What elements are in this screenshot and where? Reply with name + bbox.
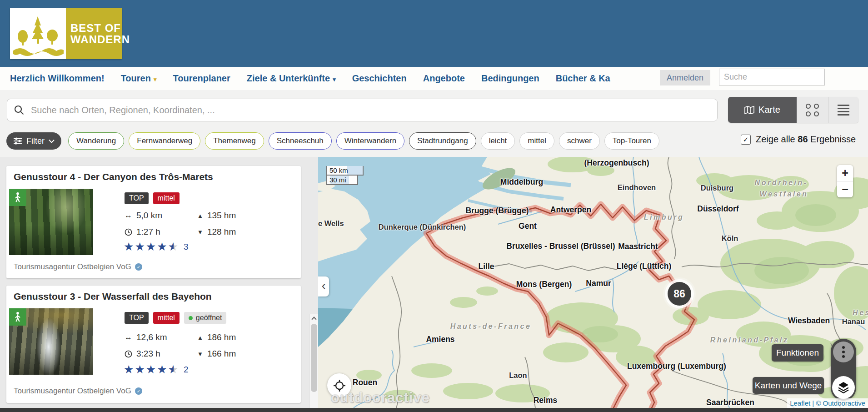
chevron-down-icon <box>49 139 55 143</box>
nav-item-label: Touren <box>121 73 151 84</box>
funktionen-tooltip[interactable]: Funktionen <box>772 344 823 362</box>
logo-trees-graphic <box>10 8 66 59</box>
nav-item-label: Angebote <box>423 73 465 84</box>
panel-scrollbar[interactable] <box>309 314 318 408</box>
badge-row: TOPmittel <box>125 192 180 204</box>
nav-item[interactable]: Geschichten <box>352 73 407 84</box>
list-view-button[interactable] <box>828 97 858 123</box>
checkbox[interactable]: ✓ <box>741 135 751 145</box>
nav-item-label: Ziele & Unterkünfte <box>247 73 330 84</box>
map-tools <box>831 339 856 401</box>
tour-cluster-marker[interactable]: 86 <box>665 279 694 308</box>
map-label: Laon <box>509 371 527 380</box>
nav-item-label: Bedingungen <box>481 73 539 84</box>
filter-button[interactable]: Filter <box>6 132 61 150</box>
distance-icon: ↔ <box>125 333 132 342</box>
map-icon <box>744 106 754 115</box>
place-search <box>7 99 718 121</box>
zoom-out-button[interactable]: − <box>837 181 853 197</box>
map-label: Middelburg <box>500 177 543 187</box>
map-view-button[interactable]: Karte <box>728 97 797 123</box>
star-icon: ★ <box>135 364 145 375</box>
grid-view-button[interactable] <box>797 97 828 123</box>
map-label: Köln <box>722 234 738 243</box>
map-scale: 50 km 30 mi <box>326 166 364 185</box>
map-label: Lille <box>478 262 494 271</box>
login-button[interactable]: Anmelden <box>660 70 710 85</box>
logo-line1: BEST OF <box>70 22 122 34</box>
nav-item-label: Geschichten <box>352 73 407 84</box>
collapse-panel-button[interactable]: ‹ <box>318 276 329 296</box>
star-icon: ★ <box>168 364 178 375</box>
place-search-input[interactable] <box>30 105 717 116</box>
nav-item[interactable]: Bedingungen <box>481 73 539 84</box>
filter-chip[interactable]: Schneeschuh <box>269 132 332 150</box>
star-rating: ★★★★★ <box>124 241 178 252</box>
map-functions-button[interactable] <box>833 342 854 362</box>
map[interactable]: (Herzogenbusch)MiddelburgEindhovenDuisbu… <box>318 157 868 408</box>
map-label: Duisburg <box>701 184 733 192</box>
badge-top: TOP <box>125 312 149 324</box>
verified-icon: ✓ <box>135 387 142 395</box>
nav-item[interactable]: Tourenplaner <box>173 73 230 84</box>
scrollbar-thumb[interactable] <box>311 324 317 392</box>
filter-chip[interactable]: Themenweg <box>205 132 264 150</box>
filter-chip[interactable]: Stadtrundgang <box>409 132 476 150</box>
cluster-count: 86 <box>668 282 691 306</box>
nav-item-label: Bücher & Ka <box>556 73 610 84</box>
star-icon: ★ <box>124 241 134 252</box>
logo[interactable]: BEST OF WANDERN <box>10 8 122 59</box>
karten-und-wege-tooltip[interactable]: Karten und Wege <box>753 377 824 394</box>
map-label: Mons (Bergen) <box>516 280 572 289</box>
site-search-input[interactable] <box>719 72 832 82</box>
nav-item[interactable]: Herzlich Willkommen! <box>10 73 105 84</box>
zoom-in-button[interactable]: + <box>837 165 853 181</box>
nav-item[interactable]: Touren▾ <box>121 73 157 84</box>
rating: ★★★★★ 3 <box>124 241 189 252</box>
logo-wordmark: BEST OF WANDERN <box>66 8 122 59</box>
filter-chip[interactable]: mittel <box>519 132 554 150</box>
tour-card[interactable]: Genusstour 3 - Der Wasserfall des Bayeho… <box>6 286 301 403</box>
stat-distance: ↔12,6 km <box>125 332 197 342</box>
tour-card[interactable]: Genusstour 4 - Der Canyon des Trôs-Maret… <box>6 166 301 278</box>
map-label: Amiens <box>426 335 454 344</box>
nav-items: Herzlich Willkommen!Touren▾TourenplanerZ… <box>0 67 660 90</box>
filter-chip[interactable]: Wanderung <box>68 132 124 150</box>
results-toggle-label: Zeige alle 86 Ergebnisse <box>756 134 856 145</box>
map-label: Liège (Lüttich) <box>617 261 672 271</box>
rating-count: 3 <box>184 242 189 252</box>
layers-button[interactable] <box>832 376 855 399</box>
show-all-results-toggle[interactable]: ✓ Zeige alle 86 Ergebnisse <box>741 134 856 145</box>
hiking-icon <box>9 308 26 326</box>
filter-chip[interactable]: Winterwandern <box>336 132 404 150</box>
map-label: Bruxelles - Brussel (Brüssel) <box>506 241 615 251</box>
map-attribution[interactable]: Leaflet | © Outdooractive <box>787 398 868 408</box>
badge-status: geöffnet <box>184 312 227 324</box>
map-label: Gent <box>519 221 537 231</box>
nav-item[interactable]: Bücher & Ka <box>556 73 610 84</box>
filter-chip[interactable]: leicht <box>481 132 515 150</box>
map-label: Luxembourg (Luxemburg) <box>627 362 726 371</box>
map-label: Saarbrücken <box>706 398 754 407</box>
map-label: Nordrhein- <box>755 179 808 187</box>
zoom-control: + − <box>837 165 853 197</box>
badge-diff: mittel <box>153 192 180 204</box>
nav-item[interactable]: Ziele & Unterkünfte▾ <box>247 73 336 84</box>
map-label: Antwerpen <box>550 205 591 215</box>
open-status-dot <box>189 316 193 320</box>
map-label: Brugge (Brügge) <box>465 206 529 216</box>
filter-chip[interactable]: schwer <box>559 132 600 150</box>
map-watermark: outdooractive <box>331 390 430 406</box>
ascent-icon: ▲ <box>197 212 203 219</box>
badge-diff: mittel <box>153 312 180 324</box>
filter-chip[interactable]: Fernwanderweg <box>129 132 200 150</box>
nav-item[interactable]: Angebote <box>423 73 465 84</box>
scroll-up-button[interactable] <box>310 314 318 323</box>
map-label: Limburg <box>644 213 684 221</box>
stat-descent: ▼128 hm <box>197 227 270 237</box>
map-label: Eindhoven <box>618 183 656 192</box>
rating: ★★★★★ 2 <box>124 364 189 375</box>
map-label: Rheinland-Pfalz <box>710 336 789 344</box>
filter-chip[interactable]: Top-Touren <box>604 132 659 150</box>
star-icon: ★ <box>157 364 167 375</box>
